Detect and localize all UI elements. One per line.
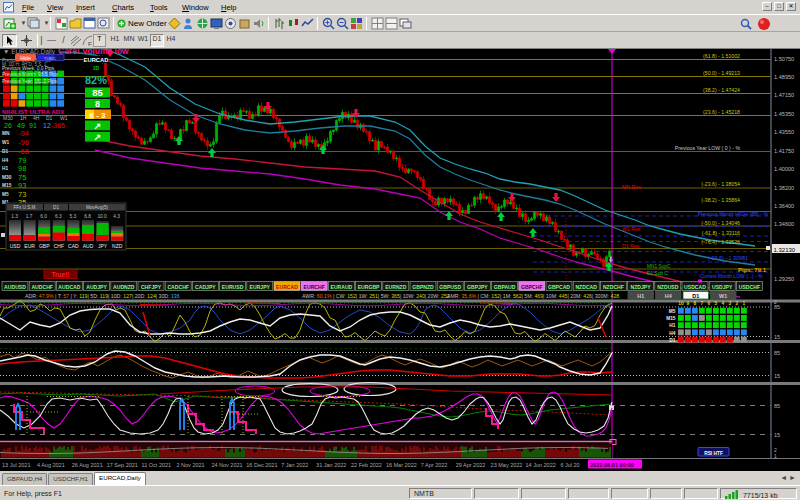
svg-text:10: 10 xyxy=(678,301,684,306)
svg-text:11 Oct 2021: 11 Oct 2021 xyxy=(142,462,172,468)
svg-text:CAD: CAD xyxy=(68,243,79,249)
svg-text:4.3: 4.3 xyxy=(113,214,120,219)
svg-text:M30: M30 xyxy=(3,115,13,121)
svg-text:15: 15 xyxy=(774,334,780,340)
svg-text:16 Dec 2021: 16 Dec 2021 xyxy=(246,462,277,468)
svg-text:W1: W1 xyxy=(60,115,68,121)
svg-text:Care! Volume low: Care! Volume low xyxy=(58,49,129,56)
svg-text:EURNZD: EURNZD xyxy=(385,284,407,290)
svg-text:82%: 82% xyxy=(85,74,107,86)
svg-text:AUDCAD: AUDCAD xyxy=(58,284,80,290)
svg-text:FFx U.S.M.: FFx U.S.M. xyxy=(13,205,36,210)
svg-text:23 May 2022: 23 May 2022 xyxy=(491,462,523,468)
svg-text:1: 1 xyxy=(743,301,746,306)
svg-text:5.3: 5.3 xyxy=(70,214,77,219)
svg-text:EURCAD: EURCAD xyxy=(84,57,109,63)
svg-text:NZD: NZD xyxy=(112,243,123,249)
svg-text:MN1 SupC: MN1 SupC xyxy=(647,264,671,269)
svg-text:MovAvg(5): MovAvg(5) xyxy=(86,205,109,210)
svg-text:4 Aug 2021: 4 Aug 2021 xyxy=(37,462,65,468)
svg-text:1.34600: 1.34600 xyxy=(774,221,794,227)
svg-text:Previous Year: 151.2 Pips: Previous Year: 151.2 Pips xyxy=(2,79,58,84)
svg-text:CADJPY: CADJPY xyxy=(195,284,216,290)
svg-text:(-23.6) - 1.38054: (-23.6) - 1.38054 xyxy=(701,181,740,187)
svg-text:(-38.2) - 1.35864: (-38.2) - 1.35864 xyxy=(701,197,740,203)
svg-text:M30: M30 xyxy=(2,175,12,180)
svg-text:AUDNZD: AUDNZD xyxy=(113,284,135,290)
svg-text:2 Nov 2021: 2 Nov 2021 xyxy=(177,462,205,468)
svg-text:6.0: 6.0 xyxy=(40,214,47,219)
svg-text:CHFJPY: CHFJPY xyxy=(141,284,162,290)
svg-text:1.41750: 1.41750 xyxy=(774,148,794,154)
svg-text:1.47150: 1.47150 xyxy=(774,92,794,98)
svg-text:24 Nov 2021: 24 Nov 2021 xyxy=(211,462,242,468)
svg-text:AUD: AUD xyxy=(83,243,94,249)
svg-text:1.48950: 1.48950 xyxy=(774,74,794,80)
svg-text:USDJPY: USDJPY xyxy=(712,284,733,290)
svg-text:JPY: JPY xyxy=(98,243,108,249)
svg-text:M5: M5 xyxy=(2,192,9,197)
svg-text:1.3: 1.3 xyxy=(11,214,18,219)
svg-text:14 Jun 2022: 14 Jun 2022 xyxy=(526,462,556,468)
svg-text:H4: H4 xyxy=(669,331,675,336)
svg-text:22 Feb 2022: 22 Feb 2022 xyxy=(351,462,382,468)
svg-text:91: 91 xyxy=(29,122,37,129)
svg-text:TLB0C: TLB0C xyxy=(44,57,56,61)
svg-text:EURCHF: EURCHF xyxy=(304,284,325,290)
svg-text:Hide: Hide xyxy=(20,55,31,61)
svg-text:H1: H1 xyxy=(2,166,8,171)
svg-text:1H: 1H xyxy=(20,115,27,121)
svg-text:13 Jul 2021: 13 Jul 2021 xyxy=(2,462,30,468)
svg-text:1.45350: 1.45350 xyxy=(774,111,794,117)
svg-text:8: 8 xyxy=(694,301,697,306)
svg-text:17 Sep 2021: 17 Sep 2021 xyxy=(107,462,138,468)
svg-text:9: 9 xyxy=(687,301,690,306)
svg-text:Previous Month: 98.5 Pips: Previous Month: 98.5 Pips xyxy=(2,72,59,77)
svg-text:GBPNZD: GBPNZD xyxy=(412,284,434,290)
svg-text:49: 49 xyxy=(17,122,25,129)
svg-text:12: 12 xyxy=(43,122,51,129)
svg-text:(-50.0) - 1.34046: (-50.0) - 1.34046 xyxy=(701,220,740,226)
svg-text:MN Res: MN Res xyxy=(622,184,641,190)
svg-text:4: 4 xyxy=(722,301,725,306)
svg-text:M15: M15 xyxy=(666,316,676,321)
svg-text:Current Month LOW (...) - %: Current Month LOW (...) - % xyxy=(700,273,763,279)
svg-text:True!!: True!! xyxy=(51,271,69,278)
svg-text:M15: M15 xyxy=(2,183,12,188)
svg-text:W1: W1 xyxy=(719,293,727,299)
svg-text:EUR: EUR xyxy=(24,243,35,249)
svg-text:1.7: 1.7 xyxy=(26,214,33,219)
svg-text:15: 15 xyxy=(774,432,780,438)
svg-text:↗: ↗ xyxy=(94,121,102,131)
svg-text:6 Jul 20: 6 Jul 20 xyxy=(560,462,579,468)
svg-text:-365: -365 xyxy=(51,122,65,129)
svg-text:7 Apr 2022: 7 Apr 2022 xyxy=(421,462,448,468)
svg-text:(50.0) - 1.49213: (50.0) - 1.49213 xyxy=(703,70,740,76)
svg-text:8: 8 xyxy=(95,99,100,109)
svg-text:1.29250: 1.29250 xyxy=(774,276,794,282)
svg-text:NIHILIST ULTRA ADX: NIHILIST ULTRA ADX xyxy=(2,108,65,115)
svg-text:AMR: 35.6% | CM: 152| 1M: 562|: AMR: 35.6% | CM: 152| 1M: 562| 5M: 469| … xyxy=(447,293,619,299)
svg-text:-66: -66 xyxy=(18,147,29,156)
svg-text:26: 26 xyxy=(4,122,12,129)
svg-text:Previous Week: 0.0 Pips: Previous Week: 0.0 Pips xyxy=(2,66,55,71)
svg-text:AUDCHF: AUDCHF xyxy=(31,284,53,290)
svg-text:7: 7 xyxy=(701,301,704,306)
svg-text:15: 15 xyxy=(774,373,780,379)
svg-text:5: 5 xyxy=(715,301,718,306)
svg-text:2: 2 xyxy=(736,301,739,306)
svg-text:-94: -94 xyxy=(18,129,29,138)
svg-text:6 - 3: 6 - 3 xyxy=(89,111,106,120)
svg-text:AUDUSD: AUDUSD xyxy=(4,284,26,290)
svg-text:EURCAD: EURCAD xyxy=(276,284,298,290)
svg-text:H1: H1 xyxy=(637,293,644,299)
svg-text:(-23.6) - 1.30981: (-23.6) - 1.30981 xyxy=(708,255,748,261)
svg-text:D1 Sup C: D1 Sup C xyxy=(647,271,668,276)
svg-text:W1: W1 xyxy=(2,140,10,145)
svg-text:MN: MN xyxy=(2,131,10,136)
svg-text:1.43550: 1.43550 xyxy=(774,129,794,135)
svg-text:GBP: GBP xyxy=(39,243,50,249)
svg-text:2022.08.01 00:00: 2022.08.01 00:00 xyxy=(590,462,634,468)
svg-text:NZDCHF: NZDCHF xyxy=(603,284,624,290)
svg-text:W1 Res: W1 Res xyxy=(622,226,641,232)
